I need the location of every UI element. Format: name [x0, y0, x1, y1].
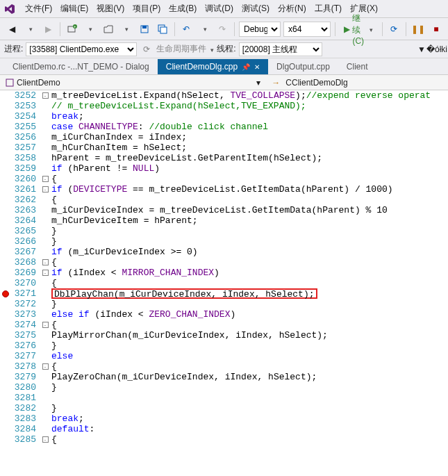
lifecycle-events-button[interactable]: ⟳ — [140, 42, 154, 56]
code-line[interactable]: 3273 else if (iIndex < ZERO_CHAN_INDEX) — [0, 309, 448, 320]
new-project-button[interactable]: + — [65, 22, 80, 37]
code-text[interactable]: } — [50, 299, 448, 309]
code-text[interactable]: { — [50, 434, 448, 445]
code-text[interactable]: } — [50, 382, 448, 393]
code-text[interactable]: case CHANNELTYPE: //double click channel — [50, 122, 448, 132]
process-select[interactable]: [33588] ClientDemo.exe — [26, 42, 137, 56]
pin-icon[interactable]: 📌 — [242, 63, 250, 71]
code-line[interactable]: 3283 break; — [0, 413, 448, 424]
breakpoint-margin[interactable] — [0, 424, 11, 434]
code-text[interactable]: else if (iIndex < ZERO_CHAN_INDEX) — [50, 309, 448, 320]
breakpoint-margin[interactable] — [0, 278, 11, 288]
code-line[interactable]: 3254 break; — [0, 111, 448, 122]
menu-item[interactable]: 编辑(E) — [56, 1, 92, 15]
code-text[interactable]: m_iCurChanIndex = iIndex; — [50, 132, 448, 142]
fold-margin[interactable] — [40, 382, 50, 393]
code-text[interactable]: { — [50, 278, 448, 288]
scope-dropdown[interactable]: ClientDemo — [3, 78, 63, 88]
breakpoint-margin[interactable] — [0, 320, 11, 330]
save-button[interactable] — [137, 22, 152, 37]
document-tab[interactable]: DlgOutput.cpp — [268, 59, 338, 74]
fold-margin[interactable] — [40, 424, 50, 434]
code-line[interactable]: 3261- if (DEVICETYPE == m_treeDeviceList… — [0, 184, 448, 195]
menu-item[interactable]: 视图(V) — [92, 1, 128, 15]
fold-margin[interactable] — [40, 132, 50, 142]
pause-button[interactable]: ❚❚ — [410, 22, 426, 37]
fold-margin[interactable] — [40, 393, 50, 403]
code-line[interactable]: 3279 PlayZeroChan(m_iCurDeviceIndex, iIn… — [0, 372, 448, 382]
breakpoint-margin[interactable] — [0, 330, 11, 340]
code-line[interactable]: 3257 m_hCurChanItem = hSelect; — [0, 142, 448, 153]
code-line[interactable]: 3268- { — [0, 257, 448, 268]
fold-margin[interactable] — [40, 330, 50, 340]
breakpoint-margin[interactable] — [0, 215, 11, 226]
breakpoint-margin[interactable] — [0, 132, 11, 142]
fold-toggle-icon[interactable]: - — [42, 436, 49, 443]
fold-toggle-icon[interactable]: - — [42, 270, 49, 276]
open-dropdown[interactable] — [119, 22, 134, 37]
breakpoint-margin[interactable] — [0, 142, 11, 153]
breakpoint-icon[interactable] — [2, 290, 9, 297]
code-line[interactable]: 3281 — [0, 393, 448, 403]
fold-margin[interactable]: - — [40, 174, 50, 184]
fold-margin[interactable]: - — [40, 257, 50, 268]
fold-margin[interactable] — [40, 215, 50, 226]
code-text[interactable]: if (m_iCurDeviceIndex >= 0) — [50, 247, 448, 257]
breakpoint-margin[interactable] — [0, 122, 11, 132]
code-line[interactable]: 3282 } — [0, 403, 448, 413]
breakpoint-margin[interactable] — [0, 268, 11, 278]
fold-margin[interactable] — [40, 236, 50, 247]
stop-button[interactable]: ■ — [429, 22, 444, 37]
fold-toggle-icon[interactable]: - — [42, 92, 49, 99]
stack-frame-icon[interactable]: �ółki — [430, 42, 444, 56]
code-line[interactable]: 3267 if (m_iCurDeviceIndex >= 0) — [0, 247, 448, 257]
fold-margin[interactable] — [40, 278, 50, 288]
code-line[interactable]: 3265 } — [0, 226, 448, 236]
code-line[interactable]: 3272 } — [0, 299, 448, 309]
code-line[interactable]: 3260- { — [0, 174, 448, 184]
code-text[interactable]: break; — [50, 413, 448, 424]
code-text[interactable]: } — [50, 403, 448, 413]
code-text[interactable]: break; — [50, 111, 448, 122]
fold-margin[interactable] — [40, 288, 50, 299]
fold-margin[interactable]: - — [40, 361, 50, 372]
document-tab[interactable]: Client — [338, 59, 376, 74]
code-text[interactable]: { — [50, 361, 448, 372]
breakpoint-margin[interactable] — [0, 413, 11, 424]
code-text[interactable]: PlayZeroChan(m_iCurDeviceIndex, iIndex, … — [50, 372, 448, 382]
class-dropdown[interactable]: CClientDemoDlg — [283, 78, 350, 88]
code-line[interactable]: 3275 PlayMirrorChan(m_iCurDeviceIndex, i… — [0, 330, 448, 340]
code-line[interactable]: 3274- { — [0, 320, 448, 330]
refresh-button[interactable]: ⟳ — [386, 22, 401, 37]
code-line[interactable]: 3252- m_treeDeviceList.Expand(hSelect, T… — [0, 90, 448, 101]
fold-margin[interactable] — [40, 163, 50, 174]
code-text[interactable]: hParent = m_treeDeviceList.GetParentItem… — [50, 153, 448, 163]
code-line[interactable]: 3270 { — [0, 278, 448, 288]
fold-margin[interactable]: - — [40, 320, 50, 330]
code-text[interactable]: { — [50, 174, 448, 184]
breakpoint-margin[interactable] — [0, 361, 11, 372]
code-text[interactable]: m_hCurChanItem = hSelect; — [50, 142, 448, 153]
breakpoint-margin[interactable] — [0, 434, 11, 445]
lifecycle-dropdown[interactable] — [209, 44, 214, 54]
code-text[interactable]: if (DEVICETYPE == m_treeDeviceList.GetIt… — [50, 184, 448, 195]
dropdown-arrow-icon[interactable]: ▾ — [256, 78, 260, 88]
undo-dropdown[interactable] — [197, 22, 212, 37]
fold-margin[interactable]: - — [40, 434, 50, 445]
fold-margin[interactable] — [40, 299, 50, 309]
fold-margin[interactable] — [40, 403, 50, 413]
menu-item[interactable]: 项目(P) — [128, 1, 165, 15]
code-text[interactable]: if (hParent != NULL) — [50, 163, 448, 174]
breakpoint-margin[interactable] — [0, 403, 11, 413]
menu-item[interactable]: 生成(B) — [165, 1, 201, 15]
code-line[interactable]: 3263 m_iCurDeviceIndex = m_treeDeviceLis… — [0, 205, 448, 215]
fold-margin[interactable]: - — [40, 184, 50, 195]
open-button[interactable] — [101, 22, 116, 37]
fold-margin[interactable] — [40, 111, 50, 122]
fold-margin[interactable] — [40, 226, 50, 236]
fold-margin[interactable] — [40, 153, 50, 163]
fold-margin[interactable] — [40, 247, 50, 257]
breakpoint-margin[interactable] — [0, 236, 11, 247]
breakpoint-margin[interactable] — [0, 205, 11, 215]
platform-select[interactable]: x64 — [283, 22, 331, 37]
